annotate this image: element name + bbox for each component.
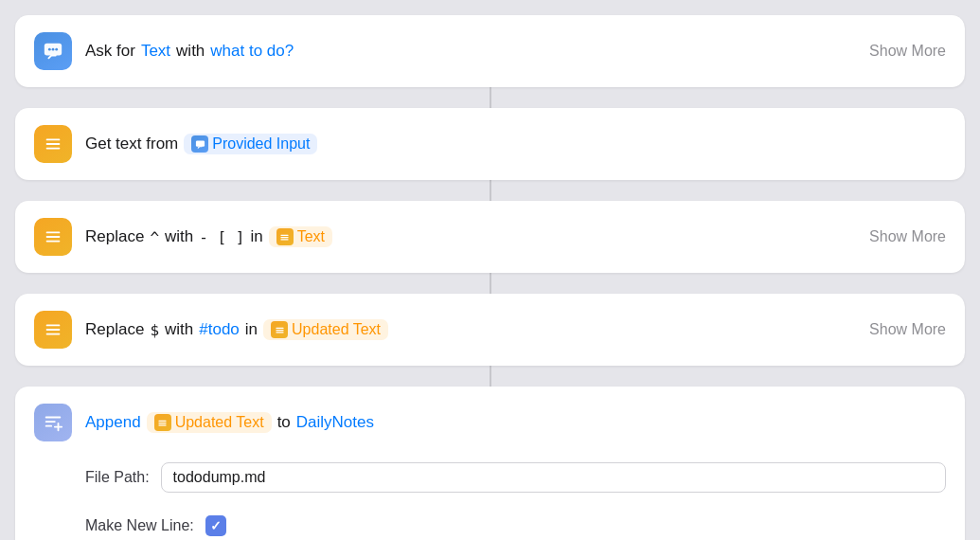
svg-rect-15 xyxy=(46,329,61,331)
label-ask-for-with: with xyxy=(176,42,205,61)
svg-rect-9 xyxy=(46,236,61,238)
tag-text-1-label: Text xyxy=(297,228,325,245)
card-ask-for-text: Ask for Text with what to do? xyxy=(85,42,856,61)
flow-container: Ask for Text with what to do? Show More … xyxy=(15,15,965,540)
label-replace-1-replace: Replace xyxy=(85,227,144,246)
show-more-replace-1[interactable]: Show More xyxy=(869,228,946,245)
small-list-icon-2 xyxy=(271,321,288,338)
svg-point-2 xyxy=(52,48,55,51)
append-icon xyxy=(34,404,72,441)
make-new-line-label: Make New Line: xyxy=(85,517,194,534)
make-new-line-row: Make New Line: ✓ xyxy=(85,515,226,536)
card-get-text-label: Get text from Provided Input xyxy=(85,134,946,154)
svg-rect-12 xyxy=(281,237,289,238)
svg-rect-10 xyxy=(46,241,61,243)
chat-icon xyxy=(34,32,72,70)
connector-1 xyxy=(490,87,491,108)
svg-point-1 xyxy=(48,48,51,51)
tag-updated-text-1: Updated Text xyxy=(263,319,388,340)
label-replace-2-replace: Replace xyxy=(85,320,144,339)
label-get-text-prefix: Get text from xyxy=(85,135,178,153)
label-replace-1-caret: ^ xyxy=(150,228,159,246)
tag-text-1: Text xyxy=(269,226,332,247)
label-append-action: Append xyxy=(85,413,141,432)
svg-rect-16 xyxy=(46,333,61,335)
svg-rect-5 xyxy=(46,143,61,145)
card-append: Append Updated Text to DailyNotes File xyxy=(15,387,965,540)
svg-rect-13 xyxy=(281,239,289,240)
label-replace-1-with: with xyxy=(165,227,193,246)
list-icon-1 xyxy=(34,125,72,163)
connector-4 xyxy=(490,366,491,387)
label-replace-2-dollar: $ xyxy=(150,321,159,339)
small-list-icon-1 xyxy=(276,228,294,245)
svg-rect-27 xyxy=(159,424,167,425)
card-append-row: Append Updated Text to DailyNotes xyxy=(34,404,946,441)
card-replace-2: Replace $ with #todo in Updated Text Sho… xyxy=(15,294,965,366)
card-replace-2-label: Replace $ with #todo in Updated Text xyxy=(85,319,856,340)
svg-rect-14 xyxy=(46,325,61,327)
svg-rect-18 xyxy=(276,330,283,331)
svg-rect-20 xyxy=(45,417,62,419)
svg-rect-19 xyxy=(276,332,283,333)
label-replace-2-with: with xyxy=(165,320,193,339)
tag-updated-text-2-label: Updated Text xyxy=(175,414,264,431)
list-icon-3 xyxy=(34,311,72,349)
svg-rect-6 xyxy=(46,148,61,150)
checkmark-icon: ✓ xyxy=(210,519,222,532)
tag-updated-text-2: Updated Text xyxy=(147,412,272,433)
label-ask-for-prompt: what to do? xyxy=(210,42,294,61)
tag-provided-input-text: Provided Input xyxy=(212,135,310,153)
show-more-replace-2[interactable]: Show More xyxy=(869,321,946,338)
connector-3 xyxy=(490,273,491,294)
svg-rect-21 xyxy=(45,421,56,423)
card-replace-1-label: Replace ^ with - [ ] in Text xyxy=(85,226,856,247)
card-append-label: Append Updated Text to DailyNotes xyxy=(85,412,946,433)
card-replace-1: Replace ^ with - [ ] in Text Show More xyxy=(15,201,965,273)
make-new-line-checkbox[interactable]: ✓ xyxy=(205,515,226,536)
card-get-text: Get text from Provided Input xyxy=(15,108,965,180)
tag-updated-text-1-label: Updated Text xyxy=(292,321,381,338)
svg-rect-26 xyxy=(159,423,167,423)
svg-point-3 xyxy=(55,48,58,51)
label-replace-2-todo: #todo xyxy=(199,320,240,339)
svg-rect-7 xyxy=(196,140,205,146)
list-icon-2 xyxy=(34,218,72,256)
label-replace-1-in: in xyxy=(250,227,262,246)
svg-rect-25 xyxy=(159,420,167,421)
label-append-destination: DailyNotes xyxy=(296,413,374,432)
small-list-icon-3 xyxy=(154,414,171,431)
svg-rect-22 xyxy=(45,425,52,427)
svg-rect-8 xyxy=(46,232,61,234)
svg-rect-11 xyxy=(281,234,289,235)
label-append-to: to xyxy=(277,413,291,432)
svg-rect-17 xyxy=(276,327,283,328)
label-replace-1-bracket: - [ ] xyxy=(199,228,244,246)
label-ask-for-text: Text xyxy=(141,42,170,61)
tag-provided-input: Provided Input xyxy=(184,134,317,154)
file-path-row: File Path: xyxy=(85,462,946,493)
card-ask-for: Ask for Text with what to do? Show More xyxy=(15,15,965,87)
small-chat-icon xyxy=(191,135,208,153)
svg-rect-4 xyxy=(46,139,61,141)
label-replace-2-in: in xyxy=(245,320,258,339)
label-ask-for-prefix: Ask for xyxy=(85,42,135,61)
file-path-label: File Path: xyxy=(85,469,150,486)
show-more-ask-for[interactable]: Show More xyxy=(869,43,946,60)
connector-2 xyxy=(490,180,491,201)
file-path-input[interactable] xyxy=(161,462,946,493)
